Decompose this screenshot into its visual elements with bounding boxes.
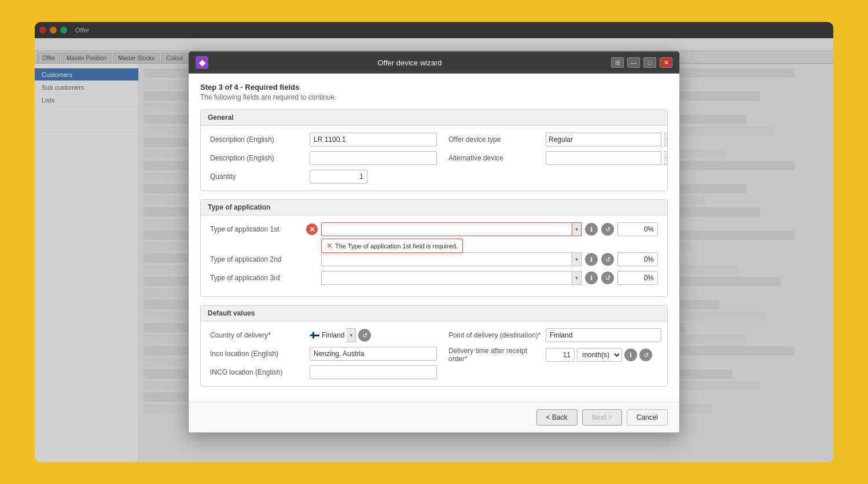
dialog-overlay: ◆ Offer device wizard ⊞ — □ ✕ Step 3 of … — [35, 22, 833, 462]
inco-location-label: Inco location (English) — [210, 350, 303, 358]
back-button[interactable]: < Back — [536, 409, 578, 426]
type-of-application-header: Type of application — [201, 200, 667, 215]
country-delivery-value: Finland — [322, 331, 344, 339]
app-type-2nd-select[interactable] — [321, 252, 572, 266]
inco-location-input[interactable] — [310, 347, 437, 361]
cancel-button[interactable]: Cancel — [627, 409, 668, 426]
app-type-3rd-arrow[interactable]: ▼ — [572, 271, 582, 285]
point-delivery-label: Point of delivery (destination)* — [448, 331, 541, 339]
offer-device-type-row: Offer device type Regular ▼ ℹ ↺ — [448, 133, 668, 146]
app-type-2nd-row: Type of application 2nd ▼ ℹ ↺ — [210, 252, 658, 266]
app-type-2nd-info-btn[interactable]: ℹ — [585, 253, 598, 266]
app-type-1st-error-icon: ✕ — [306, 223, 318, 235]
app-type-1st-error-tooltip: ✕ The Type of application 1st field is r… — [321, 239, 463, 253]
close-button[interactable]: ✕ — [660, 57, 672, 68]
inco-location2-input[interactable] — [310, 365, 437, 379]
delivery-time-container: month(s) ℹ ↺ — [546, 348, 652, 362]
country-delivery-row: Country of delivery* 🇫🇮 Finland ▼ ↺ — [210, 328, 437, 342]
point-delivery-row: Point of delivery (destination)* — [448, 328, 661, 342]
offer-device-type-label: Offer device type — [448, 135, 541, 144]
quantity-input[interactable] — [310, 170, 367, 184]
description1-label: Description (English) — [210, 135, 303, 144]
app-type-1st-select[interactable] — [321, 222, 572, 236]
type-of-application-section: Type of application Type of application … — [200, 199, 668, 297]
app-type-2nd-label: Type of application 2nd — [210, 255, 303, 263]
delivery-time-refresh-btn[interactable]: ↺ — [639, 349, 652, 361]
app-type-1st-arrow[interactable]: ▼ — [572, 222, 582, 236]
step-subtitle: The following fields are required to con… — [200, 93, 668, 101]
dialog-controls: ⊞ — □ ✕ — [611, 57, 672, 68]
default-values-header: Default values — [201, 306, 667, 321]
app-type-3rd-refresh-btn[interactable]: ↺ — [601, 272, 614, 284]
tooltip-error-text: The Type of application 1st field is req… — [335, 243, 458, 250]
offer-device-wizard-dialog: ◆ Offer device wizard ⊞ — □ ✕ Step 3 of … — [188, 51, 680, 433]
app-type-2nd-percent[interactable] — [617, 252, 658, 266]
type-of-application-body: Type of application 1st ✕ ▼ ✕ Th — [201, 215, 667, 296]
default-values-left-col: Country of delivery* 🇫🇮 Finland ▼ ↺ — [210, 328, 437, 379]
finland-flag-icon: 🇫🇮 — [310, 331, 319, 340]
description2-row: Description (English) — [210, 151, 437, 165]
inco-location2-row: INCO location (English) — [210, 365, 437, 379]
next-button[interactable]: Next > — [582, 409, 622, 426]
country-delivery-arrow[interactable]: ▼ — [347, 328, 356, 342]
description1-input[interactable] — [310, 133, 437, 146]
app-type-2nd-arrow[interactable]: ▼ — [572, 252, 582, 266]
offer-device-type-select[interactable]: Regular — [546, 133, 661, 146]
delivery-time-label: Delivery time after receipt order* — [448, 347, 541, 363]
country-delivery-label: Country of delivery* — [210, 331, 303, 339]
app-type-3rd-row: Type of application 3rd ▼ ℹ ↺ — [210, 271, 658, 285]
default-values-two-col: Country of delivery* 🇫🇮 Finland ▼ ↺ — [210, 328, 658, 379]
dialog-body: Step 3 of 4 - Required fields The follow… — [189, 74, 679, 402]
app-type-3rd-select-wrap: ▼ — [321, 271, 582, 285]
alternative-device-row: Alternative device ▼ ↺ — [448, 151, 668, 165]
offer-device-type-arrow[interactable]: ▼ — [664, 133, 668, 146]
app-type-1st-select-wrap: ▼ ✕ The Type of application 1st field is… — [321, 222, 582, 236]
general-form-two-col: Description (English) Description (Engli… — [210, 133, 658, 184]
app-type-3rd-label: Type of application 3rd — [210, 274, 303, 282]
country-delivery-refresh-btn[interactable]: ↺ — [358, 329, 371, 342]
step-header: Step 3 of 4 - Required fields The follow… — [200, 83, 668, 101]
default-values-body: Country of delivery* 🇫🇮 Finland ▼ ↺ — [201, 321, 667, 386]
app-type-1st-percent[interactable] — [617, 222, 658, 236]
description2-label: Description (English) — [210, 154, 303, 162]
general-section: General Description (English) Descriptio — [200, 109, 668, 191]
app-type-2nd-refresh-btn[interactable]: ↺ — [601, 253, 614, 266]
point-delivery-input[interactable] — [546, 328, 661, 342]
app-type-3rd-percent[interactable] — [617, 271, 658, 285]
quantity-label: Quantity — [210, 173, 303, 181]
country-delivery-field: 🇫🇮 Finland ▼ ↺ — [310, 328, 371, 342]
general-left-col: Description (English) Description (Engli… — [210, 133, 437, 184]
alternative-device-container: ▼ ↺ — [546, 151, 668, 165]
delivery-time-info-btn[interactable]: ℹ — [624, 349, 637, 361]
default-values-right-col: Point of delivery (destination)* Deliver… — [448, 328, 661, 379]
maximize-button[interactable]: □ — [643, 57, 656, 68]
dialog-logo-icon: ◆ — [196, 56, 208, 69]
delivery-unit-select[interactable]: month(s) — [577, 348, 622, 362]
default-values-section: Default values Country of delivery* 🇫🇮 F… — [200, 305, 668, 387]
tooltip-error-icon: ✕ — [326, 241, 333, 250]
minimize-button[interactable]: — — [627, 57, 640, 68]
delivery-time-row: Delivery time after receipt order* month… — [448, 347, 661, 363]
step-title: Step 3 of 4 - Required fields — [200, 83, 668, 91]
inco-location2-label: INCO location (English) — [210, 368, 303, 376]
alternative-device-label: Alternative device — [448, 154, 541, 162]
app-type-2nd-select-wrap: ▼ — [321, 252, 582, 266]
offer-device-type-container: Regular ▼ ℹ ↺ — [546, 133, 668, 146]
quantity-row: Quantity — [210, 170, 437, 184]
general-section-body: Description (English) Description (Engli… — [201, 126, 667, 190]
app-type-1st-label: Type of application 1st — [210, 225, 303, 233]
general-right-col: Offer device type Regular ▼ ℹ ↺ — [448, 133, 668, 184]
general-section-header: General — [201, 110, 667, 126]
app-type-3rd-info-btn[interactable]: ℹ — [585, 272, 598, 284]
alternative-device-arrow[interactable]: ▼ — [664, 151, 668, 165]
app-type-1st-info-btn[interactable]: ℹ — [585, 223, 598, 236]
tile-button[interactable]: ⊞ — [611, 57, 624, 68]
description2-input[interactable] — [310, 151, 437, 165]
dialog-titlebar: ◆ Offer device wizard ⊞ — □ ✕ — [189, 52, 679, 74]
app-type-1st-refresh-btn[interactable]: ↺ — [601, 223, 614, 236]
alternative-device-select[interactable] — [546, 151, 661, 165]
delivery-time-input[interactable] — [546, 348, 575, 362]
dialog-title: Offer device wizard — [213, 58, 606, 67]
app-type-3rd-select[interactable] — [321, 271, 572, 285]
dialog-footer: < Back Next > Cancel — [189, 402, 679, 432]
